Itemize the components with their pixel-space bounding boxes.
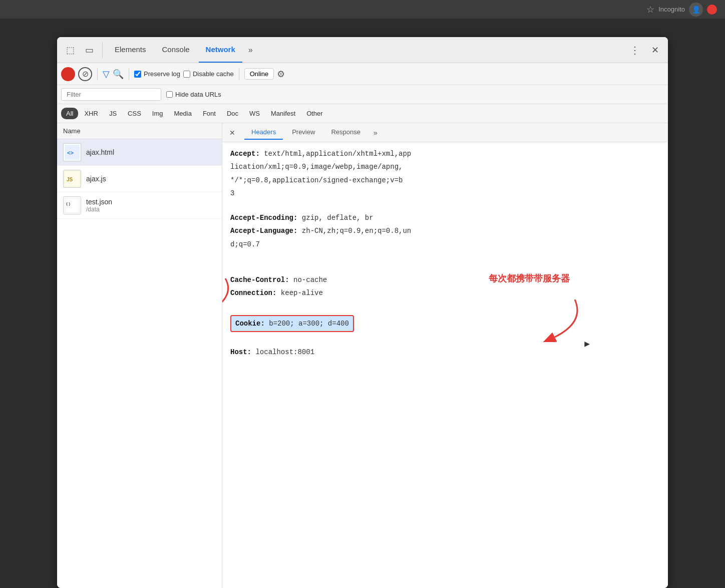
top-bar-icons: ⬚ ▭ (62, 42, 103, 58)
record-button[interactable] (61, 67, 75, 81)
devtools-window: ⬚ ▭ Elements Console Network » ⋮ ✕ ⊘ ▽ 🔍… (57, 37, 668, 588)
accept-language-header: Accept-Language: zh-CN,zh;q=0.9,en;q=0.8… (230, 225, 660, 236)
red-circle (707, 5, 717, 15)
accept-header: Accept: text/html,application/xhtml+xml,… (230, 148, 660, 159)
name-column-header: Name (57, 123, 222, 139)
type-manifest-button[interactable]: Manifest (266, 108, 300, 119)
watermark: runoob.com/ajax/ 教程 (610, 550, 665, 558)
divider-1 (97, 68, 98, 80)
annotation-arrow (222, 276, 245, 316)
main-content: Name <> ajax.html (57, 123, 668, 588)
right-panel: ✕ Headers Preview Response » Accept: tex… (222, 123, 668, 588)
top-bar-end: ⋮ ✕ (627, 42, 663, 58)
cache-control-header: Cache-Control: no-cache (230, 274, 660, 285)
hide-data-urls-input[interactable] (166, 91, 173, 98)
list-item[interactable]: JS ajax.js (57, 166, 222, 192)
preserve-log-input[interactable] (134, 71, 141, 78)
type-ws-button[interactable]: WS (244, 108, 265, 119)
svg-text:{ }: { } (66, 201, 70, 206)
type-media-button[interactable]: Media (169, 108, 196, 119)
host-header: Host: localhost:8001 (230, 347, 660, 358)
device-icon[interactable]: ▭ (81, 42, 97, 58)
search-icon[interactable]: 🔍 (113, 69, 124, 80)
svg-text:JS: JS (67, 177, 73, 182)
file-name: ajax.js (86, 175, 106, 183)
tab-console[interactable]: Console (155, 37, 197, 63)
type-doc-button[interactable]: Doc (222, 108, 243, 119)
type-all-button[interactable]: All (61, 108, 78, 119)
incognito-area: ☆ Incognito 👤 (646, 3, 717, 17)
file-name: ajax.html (86, 148, 114, 156)
incognito-icon: 👤 (689, 3, 703, 17)
headers-content: Accept: text/html,application/xhtml+xml,… (222, 142, 668, 588)
filter-input[interactable] (61, 88, 161, 101)
list-item[interactable]: <> ajax.html (57, 139, 222, 166)
tab-network[interactable]: Network (199, 37, 242, 63)
tab-response[interactable]: Response (324, 125, 368, 140)
type-font-button[interactable]: Font (198, 108, 221, 119)
close-detail-button[interactable]: ✕ (226, 127, 238, 139)
toolbar: ⊘ ▽ 🔍 Preserve log Disable cache Online … (57, 63, 668, 85)
online-button[interactable]: Online (244, 68, 274, 80)
json-file-icon: { } (63, 196, 81, 214)
file-name: test.json (86, 198, 112, 206)
settings-gear-icon[interactable]: ⚙ (277, 69, 285, 80)
cursor-icon[interactable]: ⬚ (62, 42, 78, 58)
close-devtools-button[interactable]: ✕ (647, 42, 663, 58)
block-button[interactable]: ⊘ (78, 67, 92, 81)
tab-preview[interactable]: Preview (285, 125, 322, 140)
left-panel: Name <> ajax.html (57, 123, 222, 588)
cookie-header-highlighted: Cookie: b=200; a=300; d=400 (230, 315, 354, 332)
file-path: /data (86, 206, 112, 213)
type-js-button[interactable]: JS (104, 108, 122, 119)
hide-data-urls-checkbox[interactable]: Hide data URLs (166, 91, 221, 98)
filter-icon[interactable]: ▽ (103, 69, 110, 80)
svg-text:<>: <> (67, 150, 74, 156)
type-css-button[interactable]: CSS (123, 108, 146, 119)
divider-2 (129, 68, 129, 80)
type-xhr-button[interactable]: XHR (79, 108, 103, 119)
file-list: <> ajax.html JS ajax.js (57, 139, 222, 588)
annotation-chinese: 每次都携带带服务器 (489, 272, 570, 286)
accept-encoding-header: Accept-Encoding: gzip, deflate, br (230, 212, 660, 223)
tab-headers[interactable]: Headers (244, 125, 283, 140)
accept-header-cont1: lication/xml;q=0.9,image/webp,image/apng… (230, 161, 660, 172)
js-file-icon: JS (63, 170, 81, 188)
star-icon: ☆ (646, 4, 654, 15)
accept-header-cont2: */*;q=0.8,application/signed-exchange;v=… (230, 175, 660, 186)
accept-language-cont: d;q=0.7 (230, 239, 660, 250)
accept-header-cont3: 3 (230, 188, 660, 199)
tab-more[interactable]: » (244, 43, 257, 58)
disable-cache-checkbox[interactable]: Disable cache (183, 70, 234, 78)
incognito-label: Incognito (658, 6, 685, 13)
disable-cache-input[interactable] (183, 71, 190, 78)
preserve-log-checkbox[interactable]: Preserve log (134, 70, 180, 78)
list-item[interactable]: { } test.json /data (57, 192, 222, 219)
more-button[interactable]: ⋮ (627, 42, 643, 58)
cursor-icon: ▶ (584, 337, 590, 352)
type-filter-row: All XHR JS CSS Img Media Font Doc WS Man… (57, 104, 668, 123)
type-img-button[interactable]: Img (147, 108, 168, 119)
type-other-button[interactable]: Other (301, 108, 328, 119)
connection-header: Connection: keep-alive (230, 287, 660, 299)
cookie-area: 每次都携带带服务器 Cookie: b=200; a=300; d=400 (230, 312, 660, 335)
filter-row: Hide data URLs (57, 85, 668, 104)
detail-tabs: ✕ Headers Preview Response » (222, 123, 668, 142)
chrome-bar: ☆ Incognito 👤 (0, 0, 725, 19)
divider-3 (239, 68, 239, 80)
html-file-icon: <> (63, 143, 81, 161)
tab-elements[interactable]: Elements (108, 37, 153, 63)
detail-more-button[interactable]: » (370, 127, 382, 139)
arrow-svg (540, 297, 590, 342)
top-bar: ⬚ ▭ Elements Console Network » ⋮ ✕ (57, 37, 668, 63)
